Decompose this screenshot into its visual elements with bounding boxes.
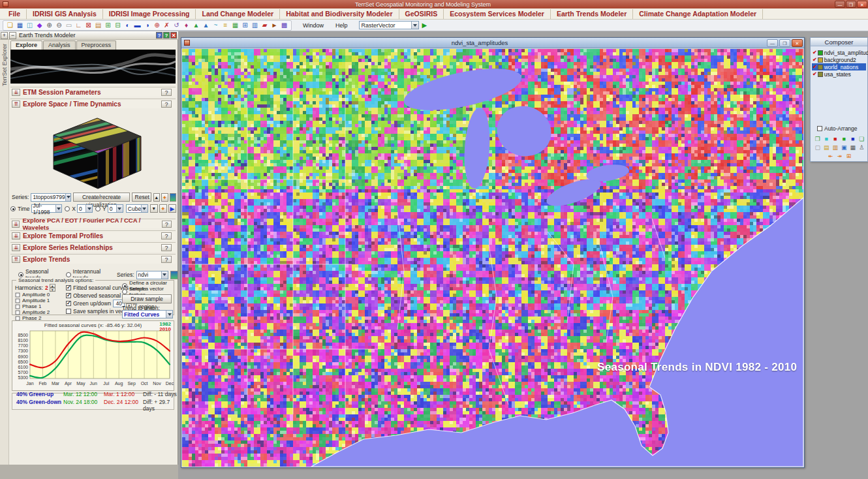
raster-vector-combo[interactable]: RasterVector [359, 21, 419, 29]
layer-visible-check-icon[interactable]: ✔ [813, 57, 817, 63]
feature-properties-icon[interactable]: ♙ [858, 144, 866, 151]
print-icon[interactable]: ▦ [849, 144, 857, 151]
diamond-tool-icon[interactable]: ♦ [181, 21, 191, 30]
layer-item-ndvi_sta_amplitudes[interactable]: ✔ndvi_sta_amplitudes [812, 49, 866, 56]
menu-item-geosiris[interactable]: GeOSIRIS [399, 9, 444, 19]
map-close-button[interactable]: ✕ [792, 39, 803, 47]
map-minimize-button[interactable]: — [767, 39, 778, 47]
list-icon[interactable]: ≡ [221, 21, 230, 30]
section-explore-space-time[interactable]: ⇈ Explore Space / Time Dynamics ? [10, 99, 176, 108]
undo-icon[interactable]: ↺ [172, 21, 181, 30]
database-icon[interactable]: ▥ [250, 21, 260, 30]
edit-annotation-icon[interactable]: ▥ [831, 144, 839, 151]
pan-icon[interactable]: ▭ [64, 21, 74, 30]
step-back-icon[interactable]: ↞ [827, 153, 835, 160]
interannual-trends-radio[interactable] [66, 272, 71, 277]
identify-right-icon[interactable]: ◑ [142, 21, 152, 30]
checkbox-save-samples-in-vector-layer[interactable] [66, 309, 71, 314]
y-dropdown[interactable]: 0 [108, 204, 123, 213]
identify-bar-icon[interactable]: ▬ [132, 21, 142, 30]
trend-surface-icon[interactable]: ▲ [191, 21, 201, 30]
section-help-button[interactable]: ? [161, 232, 172, 240]
time-dropdown[interactable]: Jul-1/1998 [31, 204, 63, 213]
time-radio[interactable] [10, 206, 16, 211]
section-explore-temporal-profiles[interactable]: ⇊ Explore Temporal Profiles ? [10, 230, 176, 240]
display-launcher-icon[interactable]: ▦ [15, 21, 25, 30]
animate-icon[interactable]: ▶ [168, 204, 176, 213]
radio-select-a-vector-feature[interactable] [122, 289, 127, 294]
zoom-out-icon[interactable]: ⊖ [54, 21, 64, 30]
help-menu-button[interactable]: Help [330, 21, 354, 30]
checkbox-observed-seasonal-curves[interactable] [66, 293, 71, 298]
minimize-button[interactable]: — [835, 1, 845, 8]
map-viewport[interactable]: Seasonal Trends in NDVI 1982 - 2010 [182, 49, 803, 467]
table-icon[interactable]: ⊞ [240, 21, 250, 30]
series-dropdown[interactable]: 1toppos9799 [31, 193, 71, 202]
checkbox-phase-2[interactable] [16, 316, 20, 320]
step-down-icon[interactable]: ▼ [150, 204, 158, 213]
layer-visible-check-icon[interactable]: ✔ [813, 50, 817, 55]
checkbox-amplitude-2[interactable] [16, 310, 20, 315]
layer-visible-check-icon[interactable]: ✔ [813, 71, 817, 77]
menu-item-idrisi-gis-analysis[interactable]: IDRISI GIS Analysis [27, 9, 103, 19]
blue-swatch-icon[interactable]: ■ [849, 136, 857, 143]
menu-item-idrisi-image-processing[interactable]: IDRISI Image Processing [103, 9, 196, 19]
x-dropdown[interactable]: 0 [77, 204, 93, 213]
tab-analysis[interactable]: Analysis [43, 40, 76, 50]
chevron-up-icon[interactable]: ⇈ [12, 256, 20, 263]
section-explore-trends[interactable]: ⇈ Explore Trends ? [10, 254, 176, 264]
window-menu-button[interactable]: Window [297, 21, 330, 30]
terrset-explorer-tab[interactable]: TerrSet Explorer [0, 40, 9, 465]
harmonics-spinner[interactable]: ▲▼ [50, 284, 55, 292]
section-help-button[interactable]: ? [161, 100, 172, 108]
section-help-button[interactable]: ? [162, 221, 172, 228]
remove-layer-icon[interactable]: ⊟ [113, 21, 123, 30]
menu-item-file[interactable]: File [3, 9, 27, 19]
layer-stack-icon[interactable]: ❐ [814, 136, 822, 143]
step-forward-icon[interactable]: ↠ [836, 153, 844, 160]
identify-left-icon[interactable]: ◐ [123, 21, 132, 30]
fit-extent-icon[interactable]: ⊞ [845, 153, 853, 160]
add-annotation-icon[interactable]: ▤ [823, 144, 831, 151]
copy-composition-icon[interactable]: ❏ [858, 136, 866, 143]
close-panel-icon[interactable]: ✕ [170, 32, 177, 39]
reset-button[interactable]: Reset [132, 193, 151, 202]
add-layer-icon[interactable]: ⊞ [103, 21, 113, 30]
x-radio[interactable] [65, 206, 70, 211]
crosshair-icon[interactable]: ⊕ [152, 21, 162, 30]
red-swatch-icon[interactable]: ■ [831, 136, 839, 143]
auto-arrange-checkbox[interactable] [817, 126, 822, 131]
chevron-down-icon[interactable]: ⇊ [12, 221, 20, 228]
chevron-down-icon[interactable]: ⇊ [12, 89, 20, 96]
delete-feature-icon[interactable]: ✗ [162, 21, 172, 30]
grid-icon[interactable]: ▦ [230, 21, 240, 30]
graph-icon[interactable] [170, 271, 178, 279]
section-help-button[interactable]: ? [161, 256, 172, 263]
query-icon[interactable]: ▰ [260, 21, 270, 30]
section-explore-pca[interactable]: ⇊ Explore PCA / EOT / Fourier PCA / CCA … [10, 219, 176, 228]
map-composition-icon[interactable]: ◫ [25, 21, 35, 30]
close-button[interactable]: ✕ [857, 1, 867, 8]
workspace-icon[interactable]: ▩ [279, 21, 289, 30]
radio-define-a-circular-sample[interactable] [122, 283, 127, 288]
dock-expand-button[interactable]: + [1, 32, 8, 39]
checkbox-amplitude-0[interactable] [16, 292, 20, 297]
green-swatch-icon[interactable]: ■ [841, 136, 848, 143]
chevron-down-icon[interactable]: ⇊ [12, 244, 20, 251]
checkbox-phase-1[interactable] [16, 304, 20, 309]
maximize-button[interactable]: ❐ [846, 1, 856, 8]
draw-sample-region-button[interactable]: Draw sample region [122, 294, 172, 303]
menu-item-habitat-and-biodiversity-modeler[interactable]: Habitat and Biodiversity Modeler [280, 9, 399, 19]
trend-to-graph-dropdown[interactable]: Fitted Curves [122, 310, 173, 318]
ndvi-raster-map[interactable] [182, 49, 803, 467]
refresh-icon[interactable]: ✦ [159, 204, 167, 213]
layer-manager-icon[interactable]: ▤ [93, 21, 103, 30]
tab-preprocess[interactable]: Preprocess [76, 40, 117, 50]
create-visualization-button[interactable]: Create/recreate visualization [73, 193, 129, 202]
run-macro-icon[interactable]: ► [270, 21, 279, 30]
save-composition-icon[interactable]: ▣ [841, 144, 848, 151]
map-restore-button[interactable]: ❐ [779, 39, 790, 47]
zoom-in-icon[interactable]: ⊕ [44, 21, 54, 30]
section-help-button[interactable]: ? [161, 244, 172, 251]
wave-icon[interactable]: ~ [211, 21, 221, 30]
